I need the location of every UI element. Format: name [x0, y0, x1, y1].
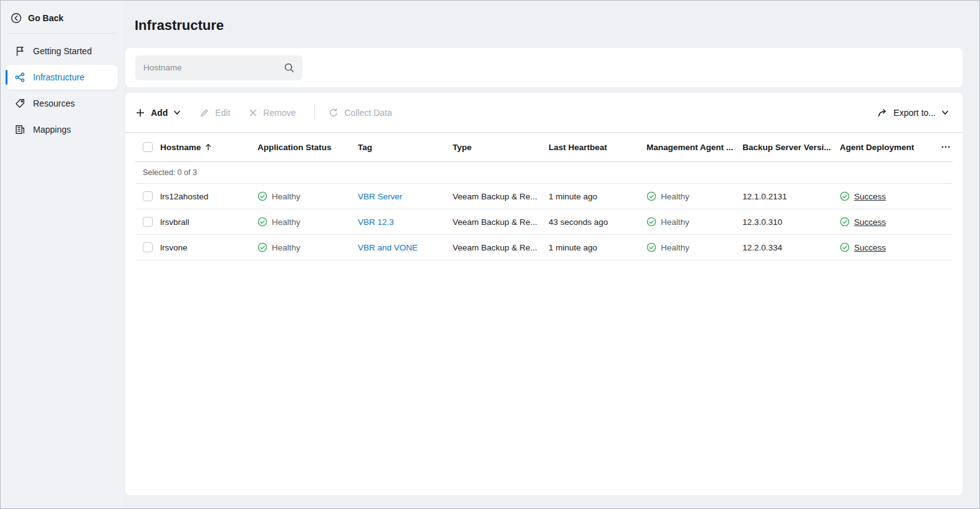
search-icon[interactable]	[284, 62, 295, 74]
remove-label: Remove	[263, 108, 295, 118]
add-button[interactable]: Add	[135, 108, 181, 118]
edit-label: Edit	[215, 108, 230, 118]
type-text: Veeam Backup & Re...	[453, 217, 537, 227]
column-header-last-heartbeat[interactable]: Last Heartbeat	[549, 143, 646, 152]
row-checkbox[interactable]	[143, 242, 153, 252]
cell-backup-server-version: 12.3.0.310	[742, 217, 840, 227]
checkbox-cell	[135, 217, 160, 227]
hostname-text: lrs12ahosted	[160, 192, 208, 201]
heartbeat-text: 1 minute ago	[549, 243, 597, 252]
servers-table: Hostname Application Status Tag Type Las…	[125, 133, 963, 260]
cell-last-heartbeat: 43 seconds ago	[549, 217, 646, 227]
column-header-management-agent[interactable]: Management Agent ...	[646, 143, 742, 152]
cell-hostname: lrs12ahosted	[160, 192, 257, 201]
network-icon	[14, 72, 26, 83]
cell-backup-server-version: 12.2.0.334	[742, 243, 840, 252]
plus-icon	[135, 108, 145, 118]
column-label: Application Status	[257, 143, 332, 152]
column-options-button[interactable]	[933, 141, 953, 153]
checkbox-cell	[135, 191, 160, 201]
sidebar-item-resources[interactable]: Resources	[6, 91, 118, 116]
deployment-status-link[interactable]: Success	[854, 243, 886, 252]
table-row[interactable]: lrsvbrall Healthy VBR 12.3 Veeam Backup …	[135, 209, 953, 235]
selection-summary-label: Selected: 0 of 3	[143, 168, 197, 177]
selection-summary: Selected: 0 of 3	[135, 162, 953, 184]
column-header-hostname[interactable]: Hostname	[160, 143, 257, 152]
tag-link[interactable]: VBR Server	[358, 192, 402, 201]
select-all-checkbox[interactable]	[143, 142, 153, 152]
chevron-down-icon	[941, 110, 949, 115]
collect-data-label: Collect Data	[344, 108, 392, 118]
row-checkbox[interactable]	[143, 217, 153, 227]
deployment-status-link[interactable]: Success	[854, 192, 886, 201]
table-header-row: Hostname Application Status Tag Type Las…	[135, 133, 953, 162]
cell-tag: VBR and VONE	[358, 243, 453, 252]
main-content: Infrastructure Add Edit	[123, 1, 979, 508]
table-row[interactable]: lrs12ahosted Healthy VBR Server Veeam Ba…	[135, 184, 953, 209]
remove-button[interactable]: Remove	[249, 108, 295, 118]
healthy-icon	[646, 191, 656, 201]
version-text: 12.2.0.334	[742, 243, 782, 252]
sidebar-item-label: Getting Started	[33, 46, 92, 56]
tag-icon	[14, 98, 26, 109]
cell-tag: VBR 12.3	[358, 217, 453, 227]
select-all-cell	[135, 142, 160, 152]
cell-management-agent: Healthy	[646, 242, 742, 252]
cell-management-agent: Healthy	[646, 191, 742, 201]
column-label: Tag	[358, 143, 372, 152]
export-button[interactable]: Export to...	[873, 107, 953, 118]
version-text: 12.1.0.2131	[742, 192, 787, 201]
column-header-type[interactable]: Type	[453, 143, 549, 152]
column-label: Backup Server Versi...	[742, 143, 831, 152]
column-label: Hostname	[160, 143, 201, 152]
column-header-application-status[interactable]: Application Status	[257, 143, 358, 152]
heartbeat-text: 1 minute ago	[549, 192, 597, 201]
deployment-status-link[interactable]: Success	[854, 217, 886, 227]
sort-ascending-icon	[204, 143, 212, 151]
healthy-icon	[646, 242, 656, 252]
table-row[interactable]: lrsvone Healthy VBR and VONE Veeam Backu…	[135, 235, 953, 260]
status-text: Healthy	[272, 192, 300, 201]
go-back-label: Go Back	[28, 13, 64, 23]
sidebar-item-mappings[interactable]: Mappings	[6, 117, 118, 142]
collect-data-button[interactable]: Collect Data	[329, 108, 392, 118]
toolbar-separator	[314, 105, 315, 121]
tag-link[interactable]: VBR and VONE	[358, 243, 418, 252]
sidebar-item-infrastructure[interactable]: Infrastructure	[6, 65, 118, 90]
edit-button[interactable]: Edit	[199, 108, 230, 118]
column-header-tag[interactable]: Tag	[358, 143, 453, 152]
cell-type: Veeam Backup & Re...	[453, 217, 549, 227]
back-icon	[11, 12, 22, 24]
sidebar-item-getting-started[interactable]: Getting Started	[6, 39, 118, 64]
cell-agent-deployment: Success	[840, 217, 933, 227]
cell-last-heartbeat: 1 minute ago	[549, 243, 646, 252]
toolbar: Add Edit Remove Collect Data	[125, 93, 963, 133]
success-icon	[840, 191, 850, 201]
sidebar-divider	[8, 33, 115, 34]
go-back-button[interactable]: Go Back	[1, 4, 123, 32]
status-text: Healthy	[661, 243, 689, 252]
edit-icon	[199, 108, 209, 118]
column-header-backup-server-version[interactable]: Backup Server Versi...	[742, 143, 840, 152]
status-text: Healthy	[661, 192, 689, 201]
cell-agent-deployment: Success	[840, 242, 933, 252]
tag-link[interactable]: VBR 12.3	[358, 217, 394, 227]
search-box	[135, 55, 302, 80]
infrastructure-table-card: Add Edit Remove Collect Data	[125, 93, 963, 495]
cell-type: Veeam Backup & Re...	[453, 243, 549, 252]
cell-application-status: Healthy	[257, 191, 358, 201]
add-label: Add	[151, 108, 168, 118]
export-label: Export to...	[893, 108, 936, 118]
hostname-search-input[interactable]	[135, 55, 302, 80]
building-icon	[14, 124, 26, 135]
column-header-agent-deployment[interactable]: Agent Deployment	[840, 143, 933, 152]
healthy-icon	[646, 217, 656, 227]
cell-tag: VBR Server	[358, 192, 453, 201]
column-label: Management Agent ...	[646, 143, 733, 152]
cell-type: Veeam Backup & Re...	[453, 192, 549, 201]
status-text: Healthy	[272, 243, 300, 252]
row-checkbox[interactable]	[143, 191, 153, 201]
cell-hostname: lrsvone	[160, 243, 257, 252]
success-icon	[840, 242, 850, 252]
refresh-icon	[329, 108, 339, 118]
